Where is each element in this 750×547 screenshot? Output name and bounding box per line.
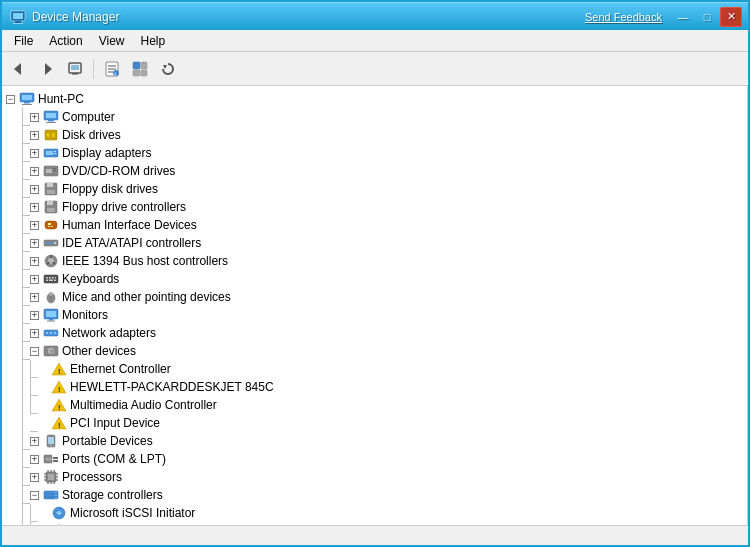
expand-btn[interactable]: − <box>30 491 39 500</box>
expand-btn[interactable]: + <box>30 275 39 284</box>
list-item[interactable]: + Human Interface Devices <box>2 216 747 234</box>
list-item[interactable]: + <box>2 468 747 486</box>
menu-help[interactable]: Help <box>133 32 174 50</box>
expand-btn[interactable]: + <box>30 113 39 122</box>
warning-icon: ! <box>51 415 67 431</box>
list-item[interactable]: + IDE ATA/ATAPI controllers <box>2 234 747 252</box>
list-item[interactable]: + Computer <box>2 108 747 126</box>
svg-point-115 <box>55 498 57 500</box>
expand-btn[interactable]: + <box>30 293 39 302</box>
expand-btn[interactable]: + <box>30 473 39 482</box>
list-item[interactable]: + Portable Devices <box>2 432 747 450</box>
keyboard-icon <box>43 271 59 287</box>
list-item[interactable]: + Floppy drive controllers <box>2 198 747 216</box>
svg-rect-23 <box>22 104 32 105</box>
expand-btn[interactable]: − <box>30 347 39 356</box>
close-button[interactable]: ✕ <box>720 7 742 27</box>
svg-rect-32 <box>46 151 53 155</box>
svg-rect-71 <box>49 319 53 321</box>
svg-rect-47 <box>48 226 50 227</box>
expand-btn[interactable]: + <box>30 131 39 140</box>
svg-rect-76 <box>54 332 56 334</box>
item-label: Human Interface Devices <box>62 218 197 232</box>
svg-rect-25 <box>46 113 56 118</box>
item-label: IDE ATA/ATAPI controllers <box>62 236 201 250</box>
list-item[interactable]: ! HEWLETT-PACKARDDESKJET 845C <box>2 378 747 396</box>
properties-button[interactable]: i <box>99 56 125 82</box>
svg-rect-37 <box>53 168 56 169</box>
expand-btn[interactable]: + <box>30 203 39 212</box>
expand-root[interactable]: − <box>6 95 15 104</box>
expand-btn[interactable]: + <box>30 329 39 338</box>
window-title: Device Manager <box>32 10 119 24</box>
list-item[interactable]: + DVD/CD-ROM drives <box>2 162 747 180</box>
title-bar-left: Device Manager <box>10 9 119 25</box>
title-bar: Device Manager Send Feedback — □ ✕ <box>2 2 748 30</box>
expand-btn[interactable]: + <box>30 149 39 158</box>
list-item[interactable]: ! Ethernet Controller <box>2 360 747 378</box>
svg-rect-43 <box>47 201 53 205</box>
send-feedback-link[interactable]: Send Feedback <box>585 11 662 23</box>
item-label: Storage controllers <box>62 488 163 502</box>
tree-root[interactable]: − Hunt-PC <box>2 90 747 108</box>
back-button[interactable] <box>6 56 32 82</box>
device-tree[interactable]: − Hunt-PC + <box>2 86 748 525</box>
list-item[interactable]: Microsoft iSCSI Initiator <box>2 504 747 522</box>
list-item[interactable]: + Mice and other pointing devices <box>2 288 747 306</box>
mouse-icon <box>43 289 59 305</box>
expand-btn[interactable]: + <box>30 311 39 320</box>
toolbar-separator-1 <box>93 59 94 79</box>
expand-btn[interactable]: + <box>30 437 39 446</box>
list-item[interactable]: + Floppy disk drives <box>2 180 747 198</box>
svg-rect-93 <box>53 460 58 462</box>
list-item[interactable]: ! PCI Input Device <box>2 414 747 432</box>
list-item[interactable]: ! Multimedia Audio Controller <box>2 396 747 414</box>
expand-btn[interactable]: + <box>30 455 39 464</box>
svg-rect-7 <box>71 65 79 70</box>
device-manager-button[interactable] <box>127 56 153 82</box>
svg-rect-16 <box>141 62 147 69</box>
menu-file[interactable]: File <box>6 32 41 50</box>
list-item[interactable]: + Network adapters <box>2 324 747 342</box>
list-item[interactable]: + Keyboards <box>2 270 747 288</box>
minimize-button[interactable]: — <box>672 7 694 27</box>
floppy-controller-icon <box>43 199 59 215</box>
svg-rect-63 <box>46 280 48 282</box>
svg-point-113 <box>55 492 57 494</box>
expand-btn[interactable]: + <box>30 257 39 266</box>
svg-point-30 <box>46 133 50 137</box>
list-item[interactable]: − ? Other devices <box>2 342 747 360</box>
svg-point-95 <box>49 458 52 461</box>
list-item[interactable]: + Monitors <box>2 306 747 324</box>
warning-icon: ! <box>51 397 67 413</box>
maximize-button[interactable]: □ <box>696 7 718 27</box>
up-button[interactable] <box>62 56 88 82</box>
refresh-button[interactable] <box>155 56 181 82</box>
cd-rom-icon <box>43 163 59 179</box>
svg-rect-38 <box>53 170 56 171</box>
expand-btn[interactable]: + <box>30 167 39 176</box>
menu-action[interactable]: Action <box>41 32 90 50</box>
expand-btn[interactable]: + <box>30 239 39 248</box>
network-icon <box>43 325 59 341</box>
warning-icon: ! <box>51 361 67 377</box>
item-label: Multimedia Audio Controller <box>70 398 217 412</box>
list-item[interactable]: + Disk drives <box>2 126 747 144</box>
svg-rect-18 <box>141 70 147 76</box>
list-item[interactable]: + Display adapters <box>2 144 747 162</box>
item-label: Network adapters <box>62 326 156 340</box>
device-manager-window: Device Manager Send Feedback — □ ✕ File … <box>0 0 750 547</box>
item-label: Ethernet Controller <box>70 362 171 376</box>
list-item[interactable]: + Ports (COM & LPT) <box>2 450 747 468</box>
ide-icon <box>43 235 59 251</box>
ports-icon <box>43 451 59 467</box>
no-expand <box>38 365 47 374</box>
item-label: Floppy drive controllers <box>62 200 186 214</box>
expand-btn[interactable]: + <box>30 221 39 230</box>
svg-text:!: ! <box>58 385 61 394</box>
forward-button[interactable] <box>34 56 60 82</box>
menu-view[interactable]: View <box>91 32 133 50</box>
list-item[interactable]: − Storage controllers <box>2 486 747 504</box>
list-item[interactable]: + IEEE 1394 Bus host controllers <box>2 252 747 270</box>
expand-btn[interactable]: + <box>30 185 39 194</box>
